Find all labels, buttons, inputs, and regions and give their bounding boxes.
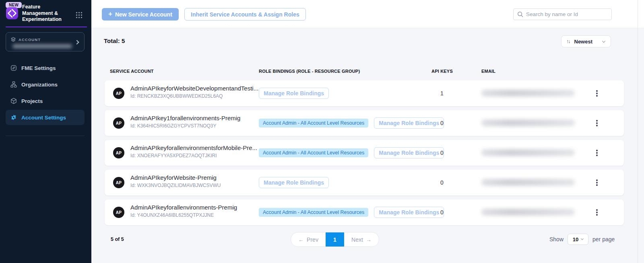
pagination: ← Prev 1 Next → [291, 232, 379, 247]
email-redacted [481, 149, 575, 156]
manage-role-bindings-button[interactable]: Manage Role Bindings [259, 177, 329, 188]
kebab-menu-icon[interactable] [594, 207, 600, 218]
service-account-name: AdminAPIkeyforallenvironmentsforMobile-P… [130, 144, 257, 151]
service-account-id: Id: XNOERAFYYA5XPDEZ7AOQTJKIRI [130, 153, 257, 158]
search-input[interactable] [526, 11, 608, 17]
sidebar-item-fme-settings[interactable]: FME Settings [6, 60, 85, 76]
layers-icon [11, 37, 16, 42]
brand-divider [6, 27, 87, 27]
kebab-menu-icon[interactable] [594, 177, 600, 188]
prev-page-button[interactable]: ← Prev [291, 232, 326, 247]
app-switcher-icon[interactable] [76, 12, 83, 18]
cube-icon [10, 98, 17, 104]
service-account-cell: AdminAPIkey1forallenvironments-Premig Id… [130, 115, 240, 129]
service-account-name: AdminAPIkeyforWebsite-Premig [130, 174, 221, 181]
sidebar-divider [6, 136, 85, 136]
api-keys-count: 0 [431, 140, 452, 166]
chevron-down-icon [581, 237, 584, 240]
account-switcher[interactable]: ACCOUNT [6, 32, 85, 51]
email-redacted [481, 209, 575, 216]
sidebar-item-label: Projects [21, 98, 43, 104]
chevron-down-icon [602, 39, 605, 42]
column-header-api-keys: API KEYS [431, 69, 453, 74]
organizations-icon [10, 81, 17, 88]
kebab-menu-icon[interactable] [594, 118, 600, 128]
account-label: ACCOUNT [19, 37, 41, 42]
table-row: AP AdminAPIkeyforWebsiteDevelopmentandTe… [105, 80, 624, 106]
role-bindings-cell: Account Admin - All Account Level Resour… [259, 199, 444, 225]
service-account-name: AdminAPIkeyforWebsiteDevelopmentandTesti… [130, 85, 258, 92]
email-redacted [481, 90, 575, 97]
per-page-label: per page [592, 236, 615, 242]
column-header-role-bindings: ROLE BINDINGS (ROLE - RESOURCE GROUP) [259, 69, 360, 74]
per-page-value: 10 [573, 236, 578, 242]
column-header-service-account: SERVICE ACCOUNT [110, 69, 154, 74]
inherit-service-accounts-button[interactable]: Inherit Service Accounts & Assign Roles [184, 8, 306, 21]
kebab-menu-icon[interactable] [594, 148, 600, 158]
kebab-menu-icon[interactable] [594, 88, 600, 99]
service-account-cell: AdminAPIkeyforWebsite-Premig Id: WXK3NVO… [130, 174, 221, 188]
sidebar-item-label: Account Settings [21, 115, 66, 121]
service-account-name: AdminAPIkeyforallenvironments-Premig [130, 204, 237, 211]
per-page-dropdown[interactable]: 10 [568, 234, 588, 245]
email-cell [481, 119, 575, 126]
service-account-cell: AdminAPIkeyforWebsiteDevelopmentandTesti… [130, 85, 258, 99]
toolbar: + New Service Account Inherit Service Ac… [91, 0, 644, 28]
service-account-cell: AdminAPIkeyforallenvironmentsforMobile-P… [130, 144, 257, 158]
sidebar-item-label: FME Settings [21, 65, 56, 71]
email-cell [481, 90, 575, 97]
avatar: AP [113, 207, 124, 218]
column-header-email: EMAIL [481, 69, 495, 74]
table-row: AP AdminAPIkeyforallenvironments-Premig … [105, 199, 624, 225]
avatar: AP [113, 177, 124, 188]
fme-settings-icon [10, 65, 17, 71]
show-label: Show [549, 236, 564, 242]
manage-role-bindings-button[interactable]: Manage Role Bindings [259, 88, 329, 99]
service-account-id: Id: K364HIC5RI6GZGYCPVST7NOQ3Y [130, 123, 240, 129]
rows-container: AP AdminAPIkeyforWebsiteDevelopmentandTe… [105, 80, 624, 229]
api-keys-count: 0 [431, 170, 452, 195]
sidebar-item-organizations[interactable]: Organizations [6, 77, 85, 92]
email-cell [481, 149, 575, 156]
sidebar-item-projects[interactable]: Projects [6, 93, 85, 109]
service-account-name: AdminAPIkey1forallenvironments-Premig [130, 115, 240, 121]
search-icon [517, 11, 523, 17]
api-keys-count: 0 [431, 110, 452, 136]
role-binding-badge: Account Admin - All Account Level Resour… [259, 119, 368, 127]
product-title: Feature Management & Experimentation [22, 4, 69, 23]
arrow-left-icon: ← [298, 236, 304, 243]
sort-dropdown[interactable]: ↑↓ Newest [561, 35, 611, 47]
role-bindings-cell: Manage Role Bindings [259, 170, 329, 195]
api-keys-count: 1 [431, 80, 452, 106]
account-name-redacted [12, 44, 72, 48]
sidebar-item-account-settings[interactable]: Account Settings [6, 110, 85, 125]
role-bindings-cell: Account Admin - All Account Level Resour… [259, 140, 444, 166]
avatar: AP [113, 117, 124, 129]
new-service-account-button[interactable]: + New Service Account [102, 8, 179, 21]
table-row: AP AdminAPIkey1forallenvironments-Premig… [105, 110, 624, 136]
sort-value: Newest [574, 39, 600, 45]
role-binding-badge: Account Admin - All Account Level Resour… [259, 148, 368, 157]
email-redacted [481, 179, 575, 186]
email-cell [481, 209, 575, 216]
table-header: SERVICE ACCOUNT ROLE BINDINGS (ROLE - RE… [105, 69, 644, 74]
next-page-button[interactable]: Next → [344, 232, 379, 247]
result-count: 5 of 5 [111, 236, 124, 242]
role-bindings-cell: Manage Role Bindings [259, 80, 329, 106]
plus-icon: + [108, 10, 112, 18]
service-account-id: Id: Y4OUNXZ46A6IBL6255QTPXJJNE [130, 212, 237, 218]
gear-icon [10, 114, 17, 121]
sort-arrows-icon: ↑↓ [566, 39, 570, 44]
sidebar-nav: FME Settings Organizations Projects [0, 60, 91, 126]
sidebar: NEW Feature Management & Experimentation [0, 0, 91, 263]
table-row: AP AdminAPIkeyforWebsite-Premig Id: WXK3… [105, 170, 624, 195]
sidebar-item-label: Organizations [21, 82, 58, 88]
total-count: Total: 5 [104, 37, 125, 44]
email-redacted [481, 119, 575, 126]
email-cell [481, 179, 575, 186]
search-box [513, 8, 612, 20]
main-content: + New Service Account Inherit Service Ac… [91, 0, 644, 263]
page-1-button[interactable]: 1 [326, 232, 344, 247]
role-binding-badge: Account Admin - All Account Level Resour… [259, 208, 368, 217]
avatar: AP [113, 88, 124, 99]
